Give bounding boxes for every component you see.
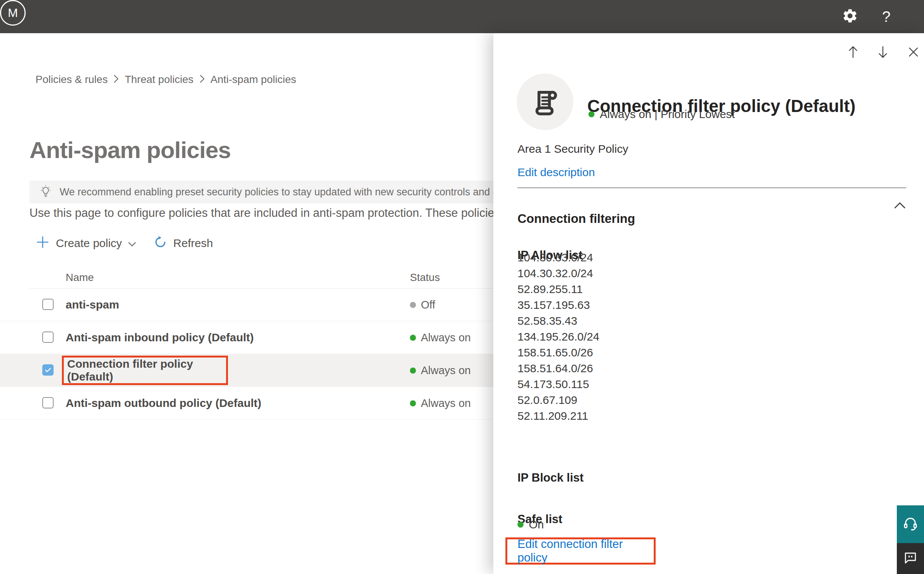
account-avatar[interactable]: M [0, 0, 26, 26]
status-badge: Always on [410, 331, 471, 344]
refresh-label: Refresh [173, 237, 213, 250]
policy-avatar [517, 74, 573, 130]
check-icon [44, 366, 52, 374]
support-button[interactable] [897, 505, 924, 543]
ip-entry: 52.0.67.109 [517, 392, 600, 408]
breadcrumb-threat-policies[interactable]: Threat policies [125, 74, 193, 86]
edit-connection-filter-policy-link[interactable]: Edit connection filter policy [517, 538, 654, 565]
status-dot-icon [410, 367, 416, 373]
row-checkbox[interactable] [42, 397, 54, 408]
ip-entry: 54.173.50.115 [517, 376, 600, 392]
divider [517, 188, 906, 188]
policy-name: anti-spam [66, 298, 119, 311]
help-icon: ? [882, 8, 891, 25]
status-dot-icon [589, 111, 595, 117]
breadcrumb-anti-spam-policies[interactable]: Anti-spam policies [210, 74, 296, 86]
policy-name: Anti-spam outbound policy (Default) [66, 397, 261, 410]
close-flyout-button[interactable] [906, 45, 921, 60]
row-checkbox[interactable] [42, 364, 54, 375]
breadcrumb-policies-rules[interactable]: Policies & rules [35, 74, 108, 86]
status-dot-icon [410, 400, 416, 406]
column-header-name: Name [66, 271, 94, 284]
status-label: Always on [421, 364, 471, 377]
status-dot-icon [410, 334, 416, 341]
feedback-button[interactable] [897, 543, 924, 574]
status-badge: Always on [410, 364, 471, 377]
ip-entry: 52.58.35.43 [517, 313, 600, 329]
ip-entry: 52.11.209.211 [517, 408, 600, 424]
create-policy-button[interactable]: Create policy [35, 235, 136, 252]
ip-entry: 52.89.255.11 [517, 281, 600, 297]
connection-filtering-section-header: Connection filtering [517, 211, 635, 226]
status-badge: Always on [410, 397, 471, 410]
previous-item-button[interactable] [845, 45, 861, 60]
column-header-status: Status [410, 271, 440, 284]
collapse-section-button[interactable] [894, 202, 905, 210]
ip-entry: 104.30.32.0/24 [517, 265, 600, 281]
plus-icon [35, 235, 50, 252]
feedback-chat-icon [902, 550, 918, 567]
breadcrumb: Policies & rules Threat policies Anti-sp… [35, 74, 296, 86]
red-highlight-box: Connection filter policy (Default) [62, 356, 228, 385]
policy-name: Connection filter policy (Default) [67, 358, 226, 383]
safe-list-status-label: On [529, 518, 544, 531]
chevron-down-icon [128, 237, 136, 250]
next-item-button[interactable] [875, 45, 891, 60]
app-window: ? M Policies & rules Threat policies Ant… [0, 0, 924, 574]
row-checkbox[interactable] [42, 331, 54, 343]
flyout-status-text: Always on | Priority Lowest [600, 108, 735, 121]
arrow-up-icon [846, 45, 859, 60]
page-intro-text: Use this page to configure policies that… [29, 206, 497, 220]
settings-button[interactable] [839, 0, 861, 33]
scroll-policy-icon [529, 85, 561, 119]
avatar-initial: M [8, 6, 18, 20]
ip-entry: 104.30.33.0/24 [517, 250, 600, 265]
edit-description-link[interactable]: Edit description [517, 166, 595, 179]
status-label: Off [421, 299, 435, 311]
red-highlight-box: Edit connection filter policy [505, 538, 656, 565]
chevron-up-icon [894, 203, 905, 210]
gear-icon [842, 8, 858, 26]
ip-entry: 35.157.195.63 [517, 297, 600, 313]
page-title: Anti-spam policies [29, 137, 231, 163]
toolbar: Create policy Refresh [35, 234, 213, 253]
status-label: Always on [421, 331, 471, 344]
policy-details-flyout: Connection filter policy (Default) Alway… [493, 33, 924, 574]
refresh-icon [153, 235, 167, 252]
status-label: Always on [421, 397, 471, 410]
ip-allow-list: 104.30.33.0/24 104.30.32.0/24 52.89.255.… [517, 250, 600, 424]
arrow-down-icon [877, 45, 889, 60]
banner-text: We recommend enabling preset security po… [60, 186, 553, 198]
create-policy-label: Create policy [56, 237, 122, 250]
help-button[interactable]: ? [876, 0, 897, 33]
ip-entry: 134.195.26.0/24 [517, 329, 600, 345]
chevron-right-icon [200, 74, 204, 86]
status-badge: Off [410, 299, 435, 311]
lightbulb-icon [38, 184, 53, 201]
close-icon [907, 46, 919, 60]
status-dot-icon [517, 522, 524, 528]
status-dot-icon [410, 302, 416, 308]
chevron-right-icon [114, 74, 119, 86]
flyout-status-line: Always on | Priority Lowest [589, 108, 735, 121]
headset-icon [902, 515, 919, 534]
ip-block-list-header: IP Block list [517, 471, 584, 485]
refresh-button[interactable]: Refresh [153, 235, 213, 252]
ip-entry: 158.51.64.0/26 [517, 361, 600, 376]
ip-entry: 158.51.65.0/26 [517, 345, 600, 361]
policy-description: Area 1 Security Policy [517, 143, 628, 155]
safe-list-status: On [517, 518, 544, 531]
top-bar: ? M [0, 0, 924, 33]
row-checkbox[interactable] [42, 299, 54, 310]
policy-name: Anti-spam inbound policy (Default) [66, 331, 254, 344]
